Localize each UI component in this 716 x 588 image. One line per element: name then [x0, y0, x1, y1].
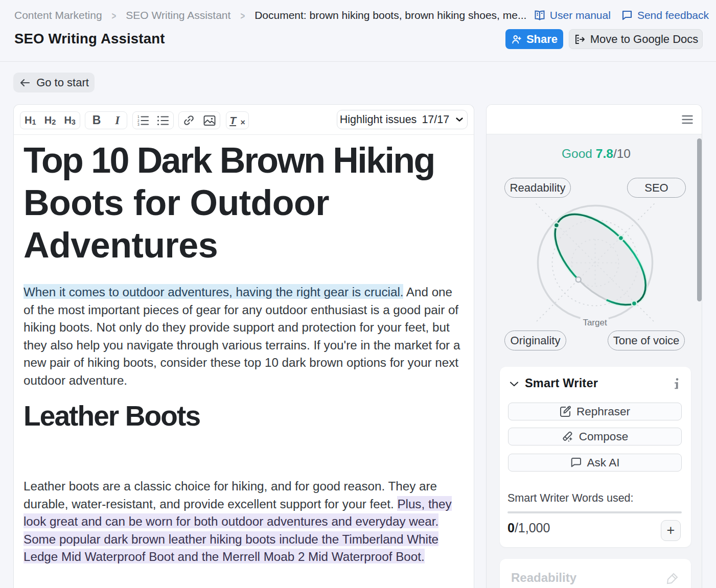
- svg-text:1: 1: [137, 115, 140, 119]
- svg-text:3: 3: [137, 123, 140, 126]
- svg-text:2: 2: [137, 119, 140, 122]
